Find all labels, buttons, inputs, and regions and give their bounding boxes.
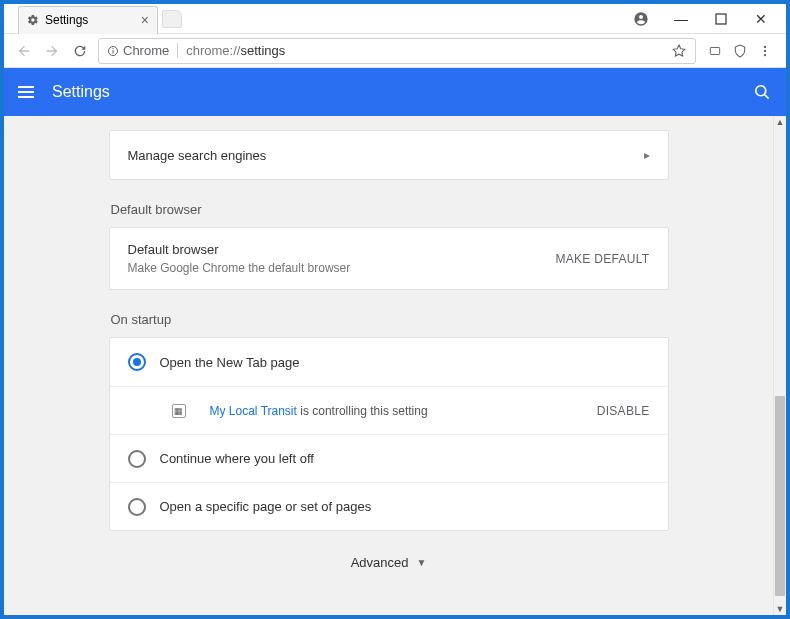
tab-close-icon[interactable]: ×	[141, 12, 149, 28]
forward-button[interactable]	[42, 41, 62, 61]
minimize-button[interactable]: —	[662, 5, 700, 33]
svg-point-8	[756, 86, 766, 96]
settings-header: Settings	[4, 68, 786, 116]
startup-option-new-tab[interactable]: Open the New Tab page	[110, 338, 668, 386]
on-startup-section-label: On startup	[111, 312, 669, 327]
extension-name-link[interactable]: My Local Transit	[210, 404, 297, 418]
reload-button[interactable]	[70, 41, 90, 61]
manage-search-engines-label: Manage search engines	[128, 148, 267, 163]
content-area: Manage search engines ▸ Default browser …	[4, 116, 786, 615]
extension-controlled-notice: ▦ My Local Transit is controlling this s…	[110, 386, 668, 434]
star-icon[interactable]	[671, 43, 687, 59]
secure-label: Chrome	[123, 43, 169, 58]
startup-option-label: Open a specific page or set of pages	[160, 499, 372, 514]
startup-option-label: Open the New Tab page	[160, 355, 300, 370]
info-icon	[107, 45, 119, 57]
url-text: chrome://settings	[186, 43, 285, 58]
settings-content: Manage search engines ▸ Default browser …	[4, 116, 773, 615]
new-tab-button[interactable]	[162, 10, 182, 28]
settings-search-icon[interactable]	[752, 82, 772, 102]
chevron-down-icon: ▼	[416, 557, 426, 568]
chevron-right-icon: ▸	[644, 148, 650, 162]
gear-icon	[27, 14, 39, 26]
browser-window: Settings × — ✕ Chrome	[4, 4, 786, 615]
vertical-scrollbar[interactable]: ▲ ▼	[773, 116, 786, 615]
on-startup-card: Open the New Tab page ▦ My Local Transit…	[109, 337, 669, 531]
scroll-up-arrow[interactable]: ▲	[774, 116, 786, 128]
search-engines-card: Manage search engines ▸	[109, 130, 669, 180]
svg-rect-4	[710, 47, 719, 54]
startup-option-continue[interactable]: Continue where you left off	[110, 434, 668, 482]
scroll-down-arrow[interactable]: ▼	[774, 603, 786, 615]
startup-option-label: Continue where you left off	[160, 451, 314, 466]
extension-icon-shield[interactable]	[732, 43, 748, 59]
browser-tab[interactable]: Settings ×	[18, 6, 158, 34]
svg-line-9	[765, 95, 769, 99]
manage-search-engines-row[interactable]: Manage search engines ▸	[110, 131, 668, 179]
maximize-button[interactable]	[702, 5, 740, 33]
svg-rect-0	[716, 14, 726, 24]
page-title: Settings	[52, 83, 110, 101]
startup-option-specific-pages[interactable]: Open a specific page or set of pages	[110, 482, 668, 530]
advanced-label: Advanced	[351, 555, 409, 570]
svg-rect-3	[113, 48, 114, 49]
menu-icon[interactable]	[758, 43, 772, 59]
make-default-button[interactable]: MAKE DEFAULT	[555, 252, 649, 266]
close-button[interactable]: ✕	[742, 5, 780, 33]
default-browser-card: Default browser Make Google Chrome the d…	[109, 227, 669, 290]
tab-title: Settings	[45, 13, 88, 27]
radio-unchecked-icon	[128, 450, 146, 468]
radio-checked-icon	[128, 353, 146, 371]
disable-extension-button[interactable]: DISABLE	[597, 404, 650, 418]
svg-point-7	[764, 53, 766, 55]
svg-point-6	[764, 49, 766, 51]
extension-small-icon: ▦	[172, 404, 186, 418]
window-controls: — ✕	[622, 5, 786, 33]
advanced-toggle[interactable]: Advanced ▼	[109, 555, 669, 570]
scroll-thumb[interactable]	[775, 396, 785, 596]
svg-point-5	[764, 45, 766, 47]
user-account-icon[interactable]	[622, 5, 660, 33]
omnibox[interactable]: Chrome chrome://settings	[98, 38, 696, 64]
address-bar: Chrome chrome://settings	[4, 34, 786, 68]
extension-icon-a[interactable]	[708, 44, 722, 58]
site-info[interactable]: Chrome	[107, 43, 178, 58]
back-button[interactable]	[14, 41, 34, 61]
svg-rect-2	[113, 50, 114, 54]
default-browser-title: Default browser	[128, 242, 351, 257]
extension-controlled-text: My Local Transit is controlling this set…	[210, 404, 428, 418]
default-browser-section-label: Default browser	[111, 202, 669, 217]
radio-unchecked-icon	[128, 498, 146, 516]
titlebar: Settings × — ✕	[4, 4, 786, 34]
default-browser-subtitle: Make Google Chrome the default browser	[128, 261, 351, 275]
hamburger-icon[interactable]	[18, 86, 34, 98]
